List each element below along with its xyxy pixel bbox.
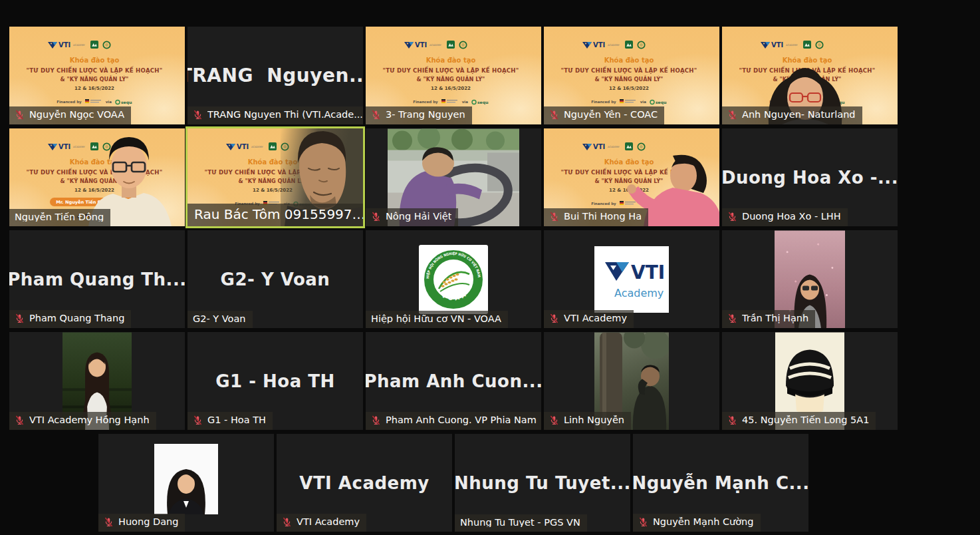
grid-row-2: VTI ACADEMY Khóa đào tạo "TƯ DUY CHIẾN L… [9,128,898,226]
participant-name-label: G2- Y Voan [187,311,253,329]
svg-text:ACADEMY: ACADEMY [608,44,620,47]
muted-mic-icon [549,415,559,425]
participant-tile[interactable]: Nông Hải Việt [366,128,541,226]
svg-text:ACADEMY: ACADEMY [429,44,442,47]
meeting-gallery: VTI ACADEMY Khóa đào tạo "TƯ DUY CHIẾN L… [0,0,980,535]
green-circle-logo [637,41,646,49]
participant-tile[interactable]: VTI ACADEMY Khóa đào tạo "TƯ DUY CHIẾN L… [544,128,719,226]
muted-mic-icon [15,415,25,425]
participant-name-label: Nguyễn Yên - COAC [544,106,664,124]
green-square-logo [803,41,811,49]
participant-name-text: Nguyễn Mạnh Cường [653,517,754,527]
participant-tile[interactable]: Huong Dang [98,434,274,532]
participant-tile[interactable]: Trần Thị Hạnh [722,230,898,328]
participant-name-label: Bui Thi Hong Ha [544,208,648,226]
svg-text:sequa: sequa [656,100,667,105]
participant-tile[interactable]: Nguyễn Mạnh C... Nguyễn Mạnh Cường [633,434,808,532]
participant-name-label: G1 - Hoa TH [187,412,273,430]
participant-name-label: 45. Nguyễn Tiến Long 5A1 [722,412,876,430]
financed-by-row: Financed by via sequa [380,98,521,105]
participant-tile[interactable]: VTI Academy Hồng Hạnh [9,332,185,430]
participant-name-label: Huong Dang [98,514,185,532]
participant-tile[interactable]: G2- Y Voan G2- Y Voan [187,230,363,328]
participant-name-label: Nguyễn Ngọc VOAA [9,106,131,124]
german-ministry-logo [441,98,459,105]
muted-mic-icon [727,313,737,323]
participant-name-label: Nông Hải Việt [366,208,458,226]
participant-tile[interactable]: Nhung Tu Tuyet... Nhung Tu Tuyet - PGS V… [455,434,630,532]
svg-text:VTI: VTI [415,41,427,49]
participant-name-label: Nguyễn Mạnh Cường [633,514,761,532]
grid-row-1: VTI ACADEMY Khóa đào tạo "TƯ DUY CHIẾN L… [9,27,898,124]
participant-name-label: Linh Nguyễn [544,412,631,430]
muted-mic-icon [549,212,559,222]
participant-name-text: TRANG Nguyen Thi (VTI.Acade... [207,110,363,120]
financed-by-row: Financed by via sequa [24,98,165,105]
participant-name-text: Huong Dang [118,517,178,527]
vti-academy-logo: VTI ACADEMY [581,40,621,49]
slide-kicker: Khóa đào tạo [24,57,165,64]
slide-content: VTI ACADEMY Khóa đào tạo "TƯ DUY CHIẾN L… [558,40,699,105]
svg-text:ACADEMY: ACADEMY [73,44,86,47]
participant-tile[interactable]: VTI ACADEMY Khóa đào tạo "TƯ DUY CHIẾN L… [544,27,719,124]
slide-kicker: Khóa đào tạo [380,57,521,64]
slide-title-line2: & "KỸ NĂNG QUẢN LÝ" [558,76,699,83]
participant-tile[interactable]: 45. Nguyễn Tiến Long 5A1 [722,332,898,430]
green-square-logo [625,41,633,49]
slide-title-line2: & "KỸ NĂNG QUẢN LÝ" [380,76,521,83]
participant-name-text: Nguyễn Tiến Đông [15,212,104,222]
muted-mic-icon [727,212,737,222]
slide-title-line1: "TƯ DUY CHIẾN LƯỢC VÀ LẬP KẾ HOẠCH" [380,67,521,74]
participant-name-text: Nguyễn Yên - COAC [564,110,658,120]
participant-name-text: Anh Nguyen- Naturland [742,110,856,120]
via-text: via [640,100,646,104]
muted-mic-icon [727,415,737,425]
muted-mic-icon [549,110,559,120]
muted-mic-icon [371,212,381,222]
sequa-logo: sequa [650,99,667,105]
muted-mic-icon [727,110,737,120]
participant-name-text: VTI Academy [297,517,360,527]
participant-tile[interactable]: VTI ACADEMY Khóa đào tạo "TƯ DUY CHIẾN L… [9,128,185,226]
svg-text:Academy: Academy [614,287,664,299]
slide-date: 12 & 16/5/2022 [380,86,521,91]
participant-tile[interactable]: Duong Hoa Xo -... Duong Hoa Xo - LHH [722,128,898,226]
participant-name-label: VTI Academy Hồng Hạnh [9,412,156,430]
green-square-logo [447,41,455,49]
muted-mic-icon [15,313,25,323]
financed-by-row: Financed by via sequa [558,98,699,105]
participant-tile[interactable]: VTI Academy VTI Academy [544,230,719,328]
participant-tile[interactable]: TRANG Nguyen... TRANG Nguyen Thi (VTI.Ac… [187,27,363,124]
svg-text:VTI: VTI [771,41,783,49]
grid-row-5: Huong Dang VTI Academy VTI Academy Nhung… [98,434,898,532]
participant-name-text: G1 - Hoa TH [207,415,266,425]
svg-text:ACADEMY: ACADEMY [251,146,264,148]
muted-mic-icon [549,313,559,323]
participant-name-label: Duong Hoa Xo - LHH [722,208,848,226]
participant-tile[interactable]: Pham Quang Th... Pham Quang Thang [9,230,185,328]
vti-academy-logo: VTI ACADEMY [759,40,799,49]
svg-text:VTI: VTI [631,262,665,283]
participant-tile[interactable]: VTI ACADEMY Khóa đào tạo "TƯ DUY CHIẾN L… [366,27,541,124]
muted-mic-icon [371,110,381,120]
participant-name-label: Nhung Tu Tuyet - PGS VN [455,514,587,532]
participant-name-text: Rau Bác Tôm 0915599780 [194,208,363,221]
sequa-logo: sequa [471,99,489,105]
participant-name-text: Bui Thi Hong Ha [564,212,642,222]
participant-tile[interactable]: HIỆP HỘI NÔNG NGHIỆP HỮU CƠ VIỆT NAM VOA… [366,230,541,328]
participant-name-text: Pham Quang Thang [29,313,124,323]
participant-tile-active-speaker[interactable]: VTI ACADEMY Khóa đào tạo "TƯ DUY CHIẾN L… [187,128,363,226]
svg-text:sequa: sequa [477,100,489,105]
participant-tile[interactable]: VTI ACADEMY Khóa đào tạo "TƯ DUY CHIẾN L… [722,27,898,124]
slide-date: 12 & 16/5/2022 [24,86,165,91]
participant-name-label: VTI Academy [544,310,634,328]
financed-by-text: Financed by [413,100,438,104]
svg-text:sequa: sequa [121,100,132,105]
participant-tile[interactable]: G1 - Hoa TH G1 - Hoa TH [187,332,363,430]
participant-name-text: Hiệp hội Hữu cơ VN - VOAA [371,314,501,324]
participant-name-label: TRANG Nguyen Thi (VTI.Acade... [187,106,363,124]
participant-tile[interactable]: VTI ACADEMY Khóa đào tạo "TƯ DUY CHIẾN L… [9,27,185,124]
participant-tile[interactable]: Linh Nguyễn [544,332,719,430]
participant-tile[interactable]: VTI Academy VTI Academy [277,434,452,532]
participant-tile[interactable]: Pham Anh Cuon... Pham Anh Cuong. VP Phia… [366,332,541,430]
